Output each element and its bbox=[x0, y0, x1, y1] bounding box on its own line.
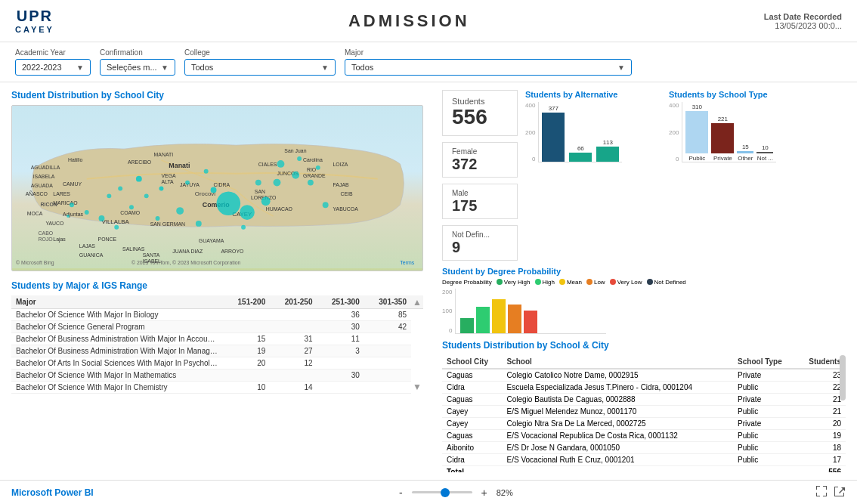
zoom-plus-button[interactable]: + bbox=[478, 487, 490, 499]
range-cell: 85 bbox=[364, 309, 411, 321]
col-school-type: School Type bbox=[733, 355, 797, 369]
range-cell bbox=[364, 369, 411, 382]
not-defined-label: Not Defin... bbox=[452, 230, 508, 239]
logo-upr: UPR bbox=[17, 8, 53, 25]
svg-text:CIDRA: CIDRA bbox=[214, 182, 230, 187]
zoom-slider[interactable] bbox=[412, 491, 472, 493]
svg-text:PONCE: PONCE bbox=[98, 237, 117, 242]
major-table-row: Bachelor Of Science With Major In Biolog… bbox=[11, 309, 423, 321]
svg-text:MARICAO: MARICAO bbox=[53, 200, 78, 206]
school-name-cell: Escuela Especializada Jesus T.Pinero - C… bbox=[503, 381, 734, 393]
major-table-row: Bachelor Of Arts In Social Sciences With… bbox=[11, 357, 423, 369]
academic-year-select[interactable]: 2022-2023 ▼ bbox=[15, 59, 91, 76]
not-defined-count-card: Not Defin... 9 bbox=[442, 225, 518, 261]
svg-text:CAMUY: CAMUY bbox=[63, 181, 82, 187]
major-cell: Bachelor Of Science General Program bbox=[11, 321, 223, 333]
range-cell bbox=[223, 369, 270, 382]
col-students: Students bbox=[797, 355, 846, 369]
bottom-icons bbox=[815, 485, 846, 499]
academic-year-filter: Academic Year 2022-2023 ▼ bbox=[15, 48, 91, 76]
external-link-icon[interactable] bbox=[834, 485, 846, 499]
school-type-cell: Public bbox=[733, 381, 797, 393]
map-title: Student Distribution by School City bbox=[11, 90, 423, 100]
school-table-row: CaguasColegio Catolico Notre Dame, 00029… bbox=[442, 369, 846, 382]
fullscreen-icon[interactable] bbox=[815, 485, 828, 499]
svg-text:Terms: Terms bbox=[400, 260, 414, 265]
confirmation-select[interactable]: Seleções m... ▼ bbox=[100, 59, 175, 76]
type-bar-private-val: 221 bbox=[718, 116, 728, 122]
major-table-section: Students by Major & IGS Range Major 151-… bbox=[11, 280, 423, 472]
svg-text:MOCA: MOCA bbox=[27, 211, 43, 216]
college-select[interactable]: Todos ▼ bbox=[184, 59, 336, 76]
powerbi-link[interactable]: Microsoft Power BI bbox=[11, 487, 94, 498]
range-cell: 30 bbox=[317, 369, 364, 382]
svg-point-56 bbox=[261, 196, 271, 206]
type-y-400: 400 bbox=[669, 102, 679, 109]
range-cell: 31 bbox=[270, 333, 317, 345]
school-type-cell: Private bbox=[733, 369, 797, 382]
total-label-cell: Total bbox=[442, 465, 797, 472]
range-cell bbox=[270, 309, 317, 321]
scroll-down-arrow[interactable]: ▼ bbox=[413, 382, 422, 392]
major-select[interactable]: Todos ▼ bbox=[345, 59, 632, 76]
school-name-cell: Colegio Catolico Notre Dame, 0002915 bbox=[503, 369, 734, 382]
zoom-minus-button[interactable]: - bbox=[396, 487, 406, 499]
svg-text:ISABELA: ISABELA bbox=[33, 174, 55, 179]
school-table-row: CidraEscuela Especializada Jesus T.Piner… bbox=[442, 381, 846, 393]
svg-text:AÑASCO: AÑASCO bbox=[26, 190, 48, 196]
range-cell bbox=[364, 345, 411, 357]
col-251-300: 251-300 bbox=[317, 295, 364, 309]
confirmation-filter: Confirmation Seleções m... ▼ bbox=[100, 48, 175, 76]
svg-point-77 bbox=[204, 169, 209, 174]
school-students-cell: 21 bbox=[797, 405, 846, 417]
svg-point-58 bbox=[292, 172, 299, 179]
scroll-up-arrow[interactable]: ▲ bbox=[413, 297, 422, 308]
left-panel: Student Distribution by School City Hat bbox=[0, 82, 435, 480]
range-cell bbox=[364, 333, 411, 345]
svg-text:AGUADA: AGUADA bbox=[31, 183, 54, 188]
school-type-cell: Public bbox=[733, 405, 797, 417]
svg-text:© 2023 TomTom, © 2023 Microsof: © 2023 TomTom, © 2023 Microsoft Corporat… bbox=[131, 260, 241, 266]
type-bar-not: 10 Not ... bbox=[756, 144, 773, 162]
confirmation-value: Seleções m... bbox=[107, 63, 157, 72]
alt-bar-1-label: 377 bbox=[549, 105, 558, 112]
svg-point-53 bbox=[211, 187, 217, 193]
filters-bar: Academic Year 2022-2023 ▼ Confirmation S… bbox=[0, 42, 857, 82]
school-name-cell: E/S Dr Jose N Gandara, 0001050 bbox=[503, 441, 734, 453]
main-content: Student Distribution by School City Hat bbox=[0, 82, 857, 480]
range-cell: 30 bbox=[317, 321, 364, 333]
degree-bar-1 bbox=[460, 318, 474, 333]
svg-text:FAJAB: FAJAB bbox=[333, 182, 350, 187]
academic-year-value: 2022-2023 bbox=[22, 63, 62, 72]
degree-prob-title: Student by Degree Probability bbox=[442, 267, 846, 276]
svg-text:MANATI: MANATI bbox=[154, 152, 174, 157]
major-table-row: Bachelor Of Business Administration With… bbox=[11, 345, 423, 357]
female-label: Female bbox=[452, 147, 508, 156]
svg-text:ARECIBO: ARECIBO bbox=[128, 159, 152, 165]
alt-bar-1: 377 bbox=[542, 105, 565, 162]
right-panel: Students 556 Female 372 Male 175 Not Def… bbox=[435, 82, 857, 480]
range-cell bbox=[317, 357, 364, 369]
school-type-chart: Students by School Type 400 200 0 310 Pu… bbox=[669, 90, 805, 261]
school-name-cell: Colegio Ntra Sra De La Merced, 0002725 bbox=[503, 417, 734, 429]
svg-text:RIO: RIO bbox=[307, 167, 317, 172]
svg-text:SANTA: SANTA bbox=[143, 252, 160, 258]
map-container[interactable]: Hatillo AGUADILLA ISABELA AGUADA AÑASCO … bbox=[11, 105, 423, 271]
school-scroll-thumb[interactable] bbox=[840, 355, 846, 400]
total-count-card: Students 556 bbox=[442, 90, 518, 136]
school-table-total-row: Total556 bbox=[442, 465, 846, 472]
range-cell bbox=[270, 321, 317, 333]
degree-bar-3 bbox=[492, 299, 506, 333]
type-bar-not-lbl: Not ... bbox=[757, 155, 773, 162]
bottom-bar: Microsoft Power BI - + 82% bbox=[0, 480, 857, 504]
svg-text:JUANA DIAZ: JUANA DIAZ bbox=[172, 249, 203, 254]
degree-y-100: 100 bbox=[442, 308, 452, 314]
school-city-cell: Caguas bbox=[442, 369, 503, 382]
map-svg: Hatillo AGUADILLA ISABELA AGUADA AÑASCO … bbox=[12, 106, 422, 271]
degree-y-0: 0 bbox=[442, 327, 452, 334]
school-type-cell: Private bbox=[733, 393, 797, 405]
svg-text:© Microsoft Bing: © Microsoft Bing bbox=[16, 260, 54, 266]
school-name-cell: E/S Miguel Melendez Munoz, 0001170 bbox=[503, 405, 734, 417]
alt-chart-area: 400 200 0 377 66 bbox=[525, 102, 661, 162]
range-cell bbox=[223, 321, 270, 333]
